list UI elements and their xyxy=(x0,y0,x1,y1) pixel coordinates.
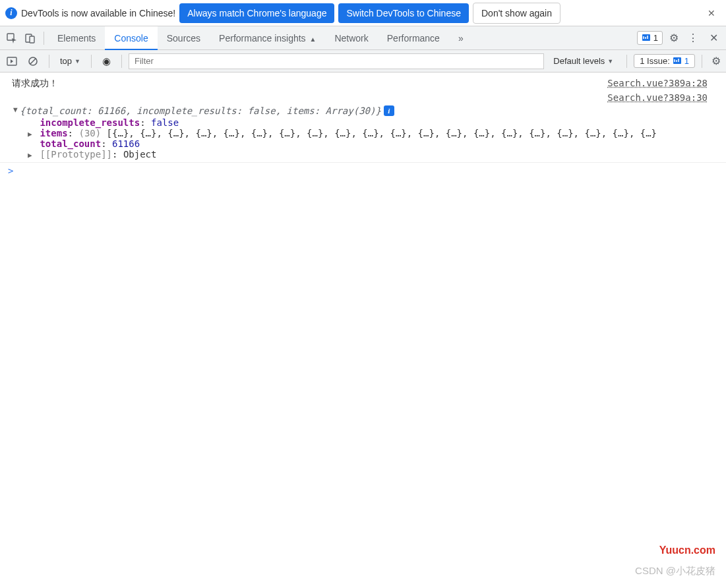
info-icon: i xyxy=(5,7,17,19)
banner-text: DevTools is now available in Chinese! xyxy=(21,8,175,18)
info-icon[interactable]: i xyxy=(384,105,394,116)
log-levels-selector[interactable]: Default levels ▼ xyxy=(547,56,620,66)
separator xyxy=(44,32,44,45)
live-expression-icon[interactable]: ◉ xyxy=(98,55,115,67)
close-icon[interactable]: ✕ xyxy=(702,5,721,21)
separator xyxy=(121,55,122,68)
watermark: CSDN @小花皮猪 xyxy=(635,565,715,577)
separator xyxy=(702,55,702,68)
sidebar-toggle-icon[interactable] xyxy=(3,52,21,71)
console-toolbar: top ▼ ◉ Default levels ▼ 1 Issue: 1 ⚙ xyxy=(0,50,726,73)
tab-sources[interactable]: Sources xyxy=(158,26,210,50)
array-length: (30) xyxy=(78,128,101,138)
issues-count: 1 xyxy=(653,33,658,43)
separator xyxy=(91,55,92,68)
devtools-tabbar: Elements Console Sources Performance ins… xyxy=(0,26,726,50)
source-link[interactable]: Search.vue?389a:28 xyxy=(607,78,708,90)
settings-icon[interactable]: ⚙ xyxy=(667,29,681,47)
switch-language-button[interactable]: Switch DevTools to Chinese xyxy=(338,3,469,23)
close-devtools-icon[interactable]: ✕ xyxy=(704,29,723,47)
separator xyxy=(626,55,627,68)
levels-label: Default levels xyxy=(553,56,605,66)
tab-network[interactable]: Network xyxy=(325,26,377,50)
object-property: total_count: 61166 xyxy=(0,138,726,149)
issue-icon xyxy=(642,34,651,43)
message-text: 请求成功！ xyxy=(12,78,607,90)
object-property: incomplete_results: false xyxy=(0,117,726,128)
filter-input[interactable] xyxy=(129,53,544,69)
context-selector[interactable]: top ▼ xyxy=(56,56,84,66)
issues-badge[interactable]: 1 xyxy=(637,31,663,45)
dont-show-again-button[interactable]: Don't show again xyxy=(473,3,560,24)
separator xyxy=(49,55,49,68)
console-prompt[interactable]: > xyxy=(0,162,726,179)
context-label: top xyxy=(60,56,72,66)
language-banner: i DevTools is now available in Chinese! … xyxy=(0,0,726,26)
issue-count: 1 xyxy=(684,56,689,66)
expand-toggle-icon[interactable] xyxy=(13,105,20,114)
device-toolbar-icon[interactable] xyxy=(21,29,40,47)
property-key: total_count xyxy=(40,138,101,149)
issues-label: 1 Issue: xyxy=(640,56,670,66)
property-key: incomplete_results xyxy=(40,117,140,128)
issues-pill[interactable]: 1 Issue: 1 xyxy=(634,54,695,68)
more-menu-icon[interactable]: ⋮ xyxy=(685,29,700,47)
expand-toggle-icon[interactable] xyxy=(28,130,34,138)
source-link[interactable]: Search.vue?389a:30 xyxy=(607,92,708,103)
property-value: 61166 xyxy=(112,138,140,149)
watermark: Yuucn.com xyxy=(659,544,715,556)
tab-console[interactable]: Console xyxy=(105,26,157,50)
object-property[interactable]: [[Prototype]]: Object xyxy=(0,149,726,160)
tab-performance-insights[interactable]: Performance insights ▲ xyxy=(210,26,325,50)
inspect-element-icon[interactable] xyxy=(3,29,21,47)
tab-elements[interactable]: Elements xyxy=(48,26,105,50)
object-property[interactable]: items: (30) [{…}, {…}, {…}, {…}, {…}, {…… xyxy=(0,128,726,138)
console-output: 请求成功！ Search.vue?389a:28 Search.vue?389a… xyxy=(0,73,726,183)
property-key: [[Prototype]] xyxy=(40,149,112,160)
issue-icon xyxy=(673,57,682,66)
console-message: 请求成功！ Search.vue?389a:28 xyxy=(0,76,726,91)
clear-console-icon[interactable] xyxy=(24,52,42,71)
property-key: items xyxy=(40,128,67,138)
more-tabs-icon[interactable]: » xyxy=(449,26,473,50)
chevron-down-icon: ▼ xyxy=(607,58,613,65)
flask-icon: ▲ xyxy=(310,36,317,43)
tab-performance[interactable]: Performance xyxy=(378,26,449,50)
chevron-down-icon: ▼ xyxy=(75,58,80,65)
match-language-button[interactable]: Always match Chrome's language xyxy=(179,3,334,23)
object-preview: {total_count: 61166, incomplete_results:… xyxy=(20,105,381,116)
console-settings-icon[interactable]: ⚙ xyxy=(709,52,723,70)
array-preview: [{…}, {…}, {…}, {…}, {…}, {…}, {…}, {…},… xyxy=(107,128,657,138)
console-message: Search.vue?389a:30 xyxy=(0,91,726,104)
property-value: Object xyxy=(123,149,157,160)
expand-toggle-icon[interactable] xyxy=(28,151,34,160)
property-value: false xyxy=(151,117,179,128)
object-summary[interactable]: {total_count: 61166, incomplete_results:… xyxy=(0,104,726,117)
svg-rect-2 xyxy=(30,36,34,43)
